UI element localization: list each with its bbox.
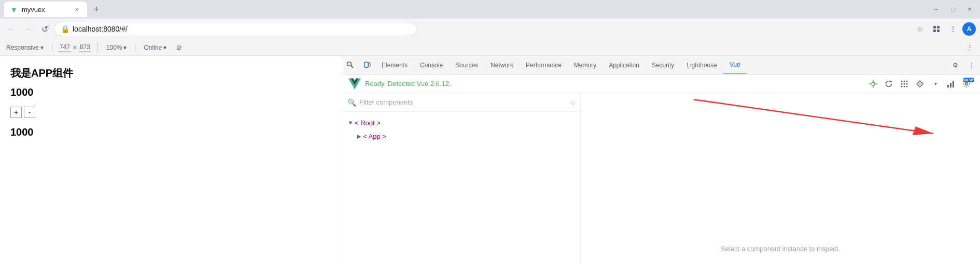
tab-title: myvuex — [22, 6, 68, 13]
tab-performance[interactable]: Performance — [520, 56, 568, 75]
minimize-button[interactable]: − — [930, 3, 943, 16]
devtools-panel: Elements Console Sources Network Perform… — [342, 56, 980, 263]
new-badge: NEW — [963, 78, 974, 82]
vue-filter-bar: 🔍 ○ — [342, 93, 580, 112]
responsive-label: Responsive — [6, 44, 39, 51]
browser-viewport: 我是APP组件 1000 + - 1000 — [0, 56, 342, 263]
svg-rect-8 — [369, 63, 370, 66]
network-dropdown-icon: ▾ — [163, 44, 166, 51]
inspect-element-button[interactable] — [342, 56, 359, 75]
tab-sources[interactable]: Sources — [449, 56, 484, 75]
tree-toggle-root[interactable]: ▼ — [346, 119, 355, 127]
svg-rect-27 — [953, 81, 954, 87]
url-bar[interactable]: 🔒 localhost:8080/#/ — [54, 22, 417, 36]
maximize-button[interactable]: □ — [947, 3, 959, 16]
active-tab[interactable]: ▼ myvuex × — [4, 2, 87, 17]
svg-rect-0 — [933, 26, 936, 28]
increment-button[interactable]: + — [10, 107, 22, 118]
svg-point-28 — [965, 82, 968, 85]
tab-elements[interactable]: Elements — [375, 56, 414, 75]
zoom-dropdown-icon: ▾ — [123, 44, 127, 51]
svg-rect-7 — [366, 67, 367, 68]
tab-bar: ▼ myvuex × + − □ × — [0, 0, 980, 19]
tree-item-root[interactable]: ▼ < Root > — [342, 116, 580, 129]
svg-line-5 — [351, 66, 353, 68]
vue-settings-button[interactable]: NEW — [959, 77, 974, 91]
new-tab-button[interactable]: + — [89, 2, 104, 17]
zoom-label: 100% — [106, 44, 122, 51]
zoom-select[interactable]: 100% ▾ — [104, 43, 129, 52]
filter-components-input[interactable] — [359, 98, 568, 106]
svg-rect-26 — [950, 83, 951, 87]
grid-view-button[interactable] — [897, 77, 912, 91]
back-button[interactable]: ← — [4, 22, 19, 36]
inspector-hint: Select a component instance to inspect. — [721, 245, 840, 253]
devtools-toolbar: Responsive ▾ 747 × 873 100% ▾ Online ▾ ⊘… — [0, 39, 980, 56]
svg-rect-2 — [933, 30, 936, 32]
device-toggle-button[interactable] — [359, 56, 375, 75]
tree-root-label: < Root > — [355, 119, 381, 127]
times-icon: × — [73, 44, 77, 51]
reload-button[interactable]: ↺ — [37, 22, 52, 36]
performance-chart-button[interactable] — [944, 77, 958, 91]
address-bar: ← → ↺ 🔒 localhost:8080/#/ ☆ ⋮ A — [0, 19, 980, 39]
vue-logo-icon — [348, 78, 361, 90]
tab-vue[interactable]: Vue — [723, 56, 747, 75]
layers-button[interactable] — [913, 77, 927, 91]
viewport-height[interactable]: 873 — [79, 43, 91, 52]
svg-rect-3 — [937, 30, 940, 32]
toolbar-separator-3 — [135, 43, 135, 52]
toolbar-more-button[interactable]: ⋮ — [963, 41, 976, 54]
vue-panel: Ready. Detected Vue 2.6.12. — [342, 75, 980, 263]
component-tree: ▼ < Root > ▶ < App > — [342, 112, 580, 263]
svg-point-22 — [906, 85, 908, 87]
responsive-select[interactable]: Responsive ▾ — [4, 43, 46, 52]
layers-dropdown-button[interactable]: ▾ — [928, 77, 943, 91]
browser-menu-button[interactable]: ⋮ — [946, 22, 960, 36]
component-selector-button[interactable] — [866, 77, 880, 91]
toolbar-separator-1 — [52, 43, 52, 52]
app-count-1: 1000 — [10, 86, 331, 98]
tab-application[interactable]: Application — [603, 56, 646, 75]
devtools-more-button[interactable]: ⋮ — [963, 56, 980, 75]
profile-avatar[interactable]: A — [962, 22, 976, 36]
responsive-dropdown-icon: ▾ — [40, 44, 44, 51]
devtools-settings-button[interactable]: ⚙ — [947, 56, 963, 75]
main-area: 我是APP组件 1000 + - 1000 — [0, 56, 980, 263]
vue-status-text: Ready. Detected Vue 2.6.12. — [365, 80, 862, 87]
tab-close-button[interactable]: × — [73, 5, 81, 13]
toolbar-separator-2 — [97, 43, 98, 52]
no-throttle-icon[interactable]: ⊘ — [173, 41, 185, 54]
close-window-button[interactable]: × — [963, 3, 976, 16]
decrement-button[interactable]: - — [24, 107, 35, 118]
svg-rect-6 — [365, 62, 368, 67]
url-text: localhost:8080/#/ — [73, 25, 128, 33]
vue-header: Ready. Detected Vue 2.6.12. — [342, 75, 980, 93]
refresh-button[interactable] — [881, 77, 896, 91]
tab-network[interactable]: Network — [484, 56, 520, 75]
svg-rect-1 — [937, 26, 940, 28]
viewport-width[interactable]: 747 — [59, 43, 71, 52]
tree-item-app[interactable]: ▶ < App > — [342, 129, 580, 143]
svg-point-18 — [904, 83, 905, 84]
vue-toolbar-icons: ▾ NEW — [866, 77, 974, 91]
app-buttons: + - — [10, 107, 331, 118]
forward-button[interactable]: → — [21, 22, 35, 36]
viewport-size: 747 × 873 — [59, 43, 91, 52]
tab-console[interactable]: Console — [414, 56, 449, 75]
tree-toggle-app[interactable]: ▶ — [355, 132, 363, 140]
filter-clear-icon[interactable]: ○ — [571, 98, 575, 107]
tab-favicon: ▼ — [10, 6, 18, 13]
window-controls: − □ × — [930, 3, 976, 16]
svg-point-21 — [904, 85, 905, 87]
devtools-content: 🔍 ○ document.querySelector('[data-name="… — [342, 93, 980, 263]
tab-lighthouse[interactable]: Lighthouse — [680, 56, 723, 75]
svg-point-15 — [904, 80, 905, 82]
extensions-button[interactable] — [929, 22, 944, 36]
tab-memory[interactable]: Memory — [568, 56, 603, 75]
network-throttle-select[interactable]: Online ▾ — [142, 43, 169, 52]
tab-security[interactable]: Security — [646, 56, 680, 75]
svg-point-20 — [901, 85, 903, 87]
tree-app-label: < App > — [363, 133, 386, 140]
bookmark-button[interactable]: ☆ — [913, 22, 927, 36]
